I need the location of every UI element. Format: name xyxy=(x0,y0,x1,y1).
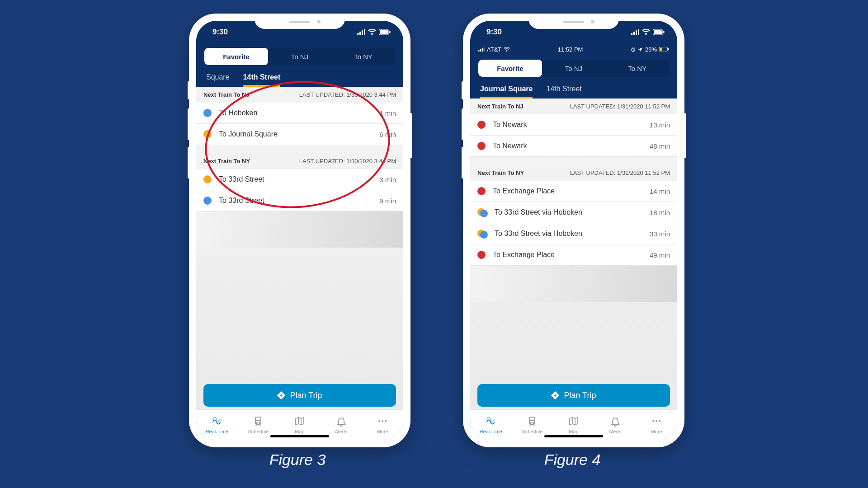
secondary-status-bar: AT&T 11:52 PM 29% xyxy=(470,43,677,55)
segment-to-ny[interactable]: To NY xyxy=(605,60,669,77)
train-list[interactable]: Next Train To NJLAST UPDATED: 1/30/2020 … xyxy=(196,87,403,440)
direction-segmented-control[interactable]: Favorite To NJ To NY xyxy=(478,60,669,77)
alarm-icon xyxy=(631,47,636,52)
train-row[interactable]: To 33rd Street via Hoboken18 min xyxy=(470,202,677,223)
tab-label: Schedule xyxy=(248,429,269,434)
location-icon xyxy=(638,47,643,52)
line-color-dot xyxy=(203,197,212,205)
station-tab-left[interactable]: Journal Square xyxy=(480,85,533,99)
station-tab-right[interactable]: 14th Street xyxy=(243,73,281,87)
train-row[interactable]: To 33rd Street9 min xyxy=(196,190,403,211)
status-time: 9:30 xyxy=(212,28,228,37)
alerts-icon xyxy=(610,416,621,427)
eta-label: 6 min xyxy=(379,131,396,138)
svg-rect-28 xyxy=(668,48,669,50)
caption-figure-3: Figure 3 xyxy=(252,451,343,469)
station-tabs[interactable]: Journal Square 14th Street xyxy=(470,80,677,99)
tab-label: More xyxy=(651,429,662,434)
segment-to-ny[interactable]: To NY xyxy=(331,48,395,65)
direction-segmented-control[interactable]: Favorite To NJ To NY xyxy=(204,48,395,65)
plan-trip-button[interactable]: Plan Trip xyxy=(477,384,670,407)
svg-point-10 xyxy=(259,422,260,423)
station-tab-left[interactable]: Square xyxy=(206,73,230,87)
phone-mockup-figure-3: 9:30 Favorite To NJ To NY Square 14th St… xyxy=(189,14,410,447)
destination-label: To Newark xyxy=(493,142,650,150)
directions-icon xyxy=(277,391,285,399)
phone-notch xyxy=(528,14,619,29)
svg-rect-19 xyxy=(654,30,662,34)
section-header: Next Train To NJLAST UPDATED: 1/31/2020 … xyxy=(470,99,677,114)
segment-favorite[interactable]: Favorite xyxy=(204,48,268,65)
segment-to-nj[interactable]: To NJ xyxy=(542,60,606,77)
more-icon xyxy=(651,416,662,427)
section-title: Next Train To NY xyxy=(477,169,524,176)
plan-trip-label: Plan Trip xyxy=(564,391,596,400)
realtime-icon xyxy=(212,416,222,427)
eta-label: 18 min xyxy=(650,209,670,216)
plan-trip-button[interactable]: Plan Trip xyxy=(203,384,396,407)
train-row[interactable]: To Exchange Place14 min xyxy=(470,181,677,202)
svg-point-33 xyxy=(652,420,654,422)
tab-realtime[interactable]: Real-Time xyxy=(470,410,512,440)
line-color-dot xyxy=(477,121,486,129)
map-icon xyxy=(568,416,579,427)
destination-label: To Exchange Place xyxy=(493,251,650,259)
more-icon xyxy=(377,416,388,427)
segment-favorite[interactable]: Favorite xyxy=(478,60,542,77)
segment-to-nj[interactable]: To NJ xyxy=(268,48,332,65)
svg-rect-16 xyxy=(636,30,637,35)
svg-point-9 xyxy=(256,422,257,423)
phone-notch xyxy=(255,14,345,29)
svg-point-11 xyxy=(378,420,380,422)
svg-point-35 xyxy=(659,420,660,422)
caption-figure-4: Figure 4 xyxy=(527,451,618,469)
svg-rect-5 xyxy=(380,30,388,34)
section-header: Next Train To NYLAST UPDATED: 1/31/2020 … xyxy=(470,165,677,181)
directions-icon xyxy=(551,391,559,399)
line-color-dot xyxy=(477,208,487,216)
svg-point-12 xyxy=(382,420,383,422)
section-title: Next Train To NJ xyxy=(477,103,524,110)
line-color-dot xyxy=(477,187,486,195)
train-row[interactable]: To 33rd Street via Hoboken33 min xyxy=(470,223,677,244)
eta-label: 48 min xyxy=(650,142,670,150)
tab-realtime[interactable]: Real-Time xyxy=(196,410,238,440)
svg-point-13 xyxy=(385,420,387,422)
home-indicator[interactable] xyxy=(544,435,603,437)
battery-icon xyxy=(659,47,669,52)
line-color-dot xyxy=(203,175,212,183)
train-row[interactable]: To 33rd Street3 min xyxy=(196,169,403,190)
line-color-dot xyxy=(203,109,212,117)
wifi-icon xyxy=(368,29,376,35)
train-row[interactable]: To Hoboken1 min xyxy=(196,103,403,124)
tab-more[interactable]: More xyxy=(362,410,403,440)
station-tabs[interactable]: Square 14th Street xyxy=(196,68,403,87)
map-icon xyxy=(294,416,305,427)
svg-rect-21 xyxy=(478,50,479,52)
train-row[interactable]: To Journal Square6 min xyxy=(196,124,403,145)
train-list[interactable]: Next Train To NJLAST UPDATED: 1/31/2020 … xyxy=(470,99,677,440)
destination-label: To Journal Square xyxy=(219,130,379,138)
tab-label: Real-Time xyxy=(206,429,228,434)
svg-point-31 xyxy=(530,422,531,423)
destination-label: To 33rd Street xyxy=(219,175,379,183)
station-tab-right[interactable]: 14th Street xyxy=(546,85,581,99)
secondary-clock: 11:52 PM xyxy=(558,46,583,53)
battery-percent: 29% xyxy=(645,46,657,53)
section-title: Next Train To NY xyxy=(203,158,250,164)
realtime-icon xyxy=(486,416,496,427)
train-row[interactable]: To Exchange Place49 min xyxy=(470,244,677,266)
train-row[interactable]: To Newark13 min xyxy=(470,114,677,136)
home-indicator[interactable] xyxy=(270,435,329,437)
tab-more[interactable]: More xyxy=(636,410,677,440)
svg-rect-17 xyxy=(638,29,639,35)
signal-icon xyxy=(357,29,365,35)
eta-label: 9 min xyxy=(379,197,396,205)
eta-label: 1 min xyxy=(379,109,396,117)
eta-label: 49 min xyxy=(650,251,670,259)
train-row[interactable]: To Newark48 min xyxy=(470,136,677,157)
battery-icon xyxy=(653,29,665,35)
eta-label: 14 min xyxy=(650,188,670,195)
last-updated: LAST UPDATED: 1/30/2020 3:44 PM xyxy=(299,91,396,98)
wifi-icon xyxy=(642,29,650,35)
